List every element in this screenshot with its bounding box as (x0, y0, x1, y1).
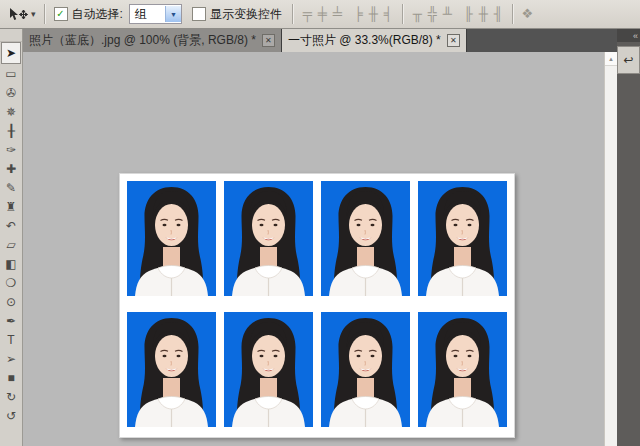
options-divider (44, 4, 46, 24)
document-tab-active[interactable]: 一寸照片 @ 33.3%(RGB/8) *✕ (282, 29, 467, 52)
dock-collapse-icon[interactable]: « (617, 29, 640, 42)
tools-panel: ➤▭✇✵╂✑✚✎♜↶▱◧❍⊙✒T➢■↻↺ (0, 29, 23, 446)
distribute-bottom-edges-icon[interactable]: ╨ (441, 5, 454, 23)
tool-options-bar: ▾ ✓ 自动选择: 组 ▼ 显示变换控件 ╤╪╧╞╫╡╥╬╨╟╫╢❖ (0, 0, 640, 29)
photo-sheet[interactable] (119, 173, 515, 438)
distribute-vertical-centers-icon[interactable]: ╬ (426, 5, 439, 23)
history-panel-icon[interactable]: ↩ (617, 46, 640, 74)
options-divider (292, 4, 294, 24)
canvas[interactable] (23, 52, 604, 446)
distribute-top-edges-icon[interactable]: ╥ (411, 5, 424, 23)
history-brush-tool[interactable]: ↶ (1, 216, 21, 235)
options-divider (402, 4, 404, 24)
tool-preset-arrow-icon[interactable]: ▾ (31, 9, 36, 19)
scrollbar-track[interactable] (605, 66, 617, 446)
combo-chevron-icon[interactable]: ▼ (165, 6, 181, 22)
orbit-3d-tool[interactable]: ↺ (1, 406, 21, 425)
distribute-horizontal-centers-icon[interactable]: ╫ (477, 5, 490, 23)
layer-group-value: 组 (130, 6, 165, 23)
tools-panel-grip[interactable] (0, 29, 22, 42)
blur-tool[interactable]: ❍ (1, 273, 21, 292)
align-vertical-centers-icon[interactable]: ╪ (316, 5, 329, 23)
document-area: 照片（蓝底）.jpg @ 100% (背景, RGB/8) *✕一寸照片 @ 3… (23, 29, 617, 446)
brush-tool[interactable]: ✎ (1, 178, 21, 197)
auto-select-label: 自动选择: (72, 6, 123, 23)
document-tab-inactive[interactable]: 照片（蓝底）.jpg @ 100% (背景, RGB/8) *✕ (23, 29, 282, 52)
vertical-scrollbar[interactable]: ▲ (604, 52, 617, 446)
id-photo (224, 312, 313, 427)
tab-close-icon[interactable]: ✕ (447, 34, 460, 47)
tab-label: 照片（蓝底）.jpg @ 100% (背景, RGB/8) * (29, 32, 256, 49)
panel-dock: « ↩ (617, 29, 640, 446)
eraser-tool[interactable]: ▱ (1, 235, 21, 254)
canvas-row: ▲ (23, 52, 617, 446)
rectangle-tool[interactable]: ■ (1, 368, 21, 387)
align-horizontal-centers-icon[interactable]: ╫ (367, 5, 380, 23)
crop-tool[interactable]: ╂ (1, 121, 21, 140)
move-tool-icon (7, 7, 29, 22)
document-tabbar: 照片（蓝底）.jpg @ 100% (背景, RGB/8) *✕一寸照片 @ 3… (23, 29, 617, 52)
scrollbar-up-arrow-icon[interactable]: ▲ (605, 52, 617, 66)
align-left-edges-icon[interactable]: ╞ (352, 5, 365, 23)
options-divider (512, 4, 514, 24)
dodge-tool[interactable]: ⊙ (1, 292, 21, 311)
pen-tool[interactable]: ✒ (1, 311, 21, 330)
eyedropper-tool[interactable]: ✑ (1, 140, 21, 159)
align-top-edges-icon[interactable]: ╤ (301, 5, 314, 23)
layer-group-select[interactable]: 组 ▼ (129, 4, 182, 24)
show-transform-label: 显示变换控件 (210, 6, 282, 23)
type-tool[interactable]: T (1, 330, 21, 349)
show-transform-checkbox[interactable] (192, 7, 206, 21)
auto-select-checkbox[interactable]: ✓ (54, 7, 68, 21)
rotate-3d-tool[interactable]: ↻ (1, 387, 21, 406)
distribute-left-edges-icon[interactable]: ╟ (462, 5, 475, 23)
id-photo (224, 181, 313, 296)
move-tool[interactable]: ➤ (1, 42, 21, 64)
align-right-edges-icon[interactable]: ╡ (382, 5, 395, 23)
align-icons: ╤╪╧╞╫╡╥╬╨╟╫╢❖ (300, 4, 535, 24)
move-tool-thumbnail[interactable] (5, 5, 31, 23)
id-photo (418, 181, 507, 296)
path-selection-tool[interactable]: ➢ (1, 349, 21, 368)
distribute-right-edges-icon[interactable]: ╢ (492, 5, 505, 23)
photoshop-window: ▾ ✓ 自动选择: 组 ▼ 显示变换控件 ╤╪╧╞╫╡╥╬╨╟╫╢❖ ➤▭✇✵╂… (0, 0, 640, 446)
rectangular-marquee-tool[interactable]: ▭ (1, 64, 21, 83)
align-bottom-edges-icon[interactable]: ╧ (331, 5, 344, 23)
workspace: ➤▭✇✵╂✑✚✎♜↶▱◧❍⊙✒T➢■↻↺ 照片（蓝底）.jpg @ 100% (… (0, 29, 640, 446)
id-photo (127, 312, 216, 427)
auto-align-layers-icon[interactable]: ❖ (521, 5, 534, 23)
tab-close-icon[interactable]: ✕ (262, 34, 275, 47)
id-photo (321, 312, 410, 427)
gradient-tool[interactable]: ◧ (1, 254, 21, 273)
spot-healing-brush-tool[interactable]: ✚ (1, 159, 21, 178)
tab-label: 一寸照片 @ 33.3%(RGB/8) * (288, 32, 441, 49)
id-photo (418, 312, 507, 427)
quick-selection-tool[interactable]: ✵ (1, 102, 21, 121)
id-photo (127, 181, 216, 296)
clone-stamp-tool[interactable]: ♜ (1, 197, 21, 216)
lasso-tool[interactable]: ✇ (1, 83, 21, 102)
id-photo (321, 181, 410, 296)
